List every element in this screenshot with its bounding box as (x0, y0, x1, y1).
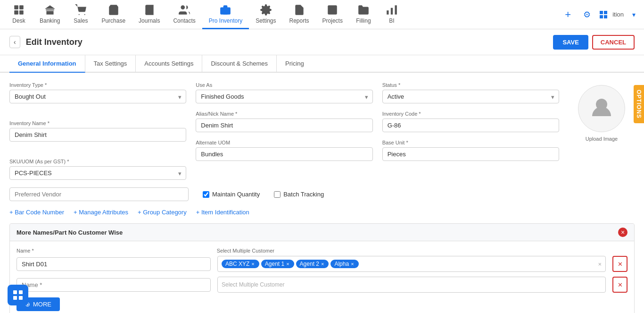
upload-image-area[interactable] (578, 85, 625, 132)
app-name-label: ition (612, 11, 624, 18)
app-grid-button[interactable] (8, 285, 28, 305)
nav-projects[interactable]: Projects (316, 0, 349, 29)
save-button[interactable]: SAVE (553, 35, 588, 50)
nav-bi[interactable]: BI (378, 0, 406, 29)
use-as-select[interactable]: Finished Goods Raw Material (196, 90, 372, 103)
status-select[interactable]: Active Inactive (382, 90, 559, 103)
preferred-vendor-input[interactable] (9, 187, 189, 201)
inventory-type-label: Inventory Type * (9, 82, 186, 88)
remove-tag-abc-xyz[interactable]: × (251, 261, 254, 267)
options-tab[interactable]: OPTIONS (634, 85, 644, 123)
nav-pro-inventory[interactable]: Pro Inventory (202, 0, 249, 29)
avatar-icon (590, 95, 613, 123)
delete-row-button-1[interactable]: ✕ (612, 256, 627, 272)
alias-input[interactable] (196, 118, 372, 132)
inventory-type-select-wrapper: Bought Out Manufactured Sub-Contract (9, 90, 186, 103)
svg-point-5 (84, 14, 85, 15)
maintain-quantity-label: Maintain Quantity (212, 191, 260, 198)
bi-icon (385, 3, 398, 17)
more-names-name-input-2[interactable] (17, 278, 211, 292)
use-as-label: Use As (196, 82, 372, 88)
tag-agent2: Agent 2 × (296, 260, 329, 268)
nav-purchase[interactable]: Purchase (95, 0, 132, 29)
main-content: ‹ Edit Inventory SAVE CANCEL OPTIONS Gen… (0, 29, 644, 313)
reports-icon (293, 3, 306, 17)
base-unit-input[interactable] (382, 147, 559, 161)
tag-alpha: Alpha × (330, 260, 358, 268)
grid-switcher[interactable] (599, 10, 608, 19)
svg-rect-12 (328, 5, 337, 15)
inventory-type-select[interactable]: Bought Out Manufactured Sub-Contract (9, 90, 186, 103)
tab-discount[interactable]: Discount & Schemes (202, 55, 277, 73)
customer-tag-input-1[interactable]: ABC XYZ × Agent 1 × Agent 2 × (217, 256, 606, 272)
form-area: Inventory Type * Bought Out Manufactured… (0, 73, 644, 313)
svg-rect-22 (19, 290, 23, 294)
nav-contacts[interactable]: Contacts (166, 0, 202, 29)
name-col-label: Name * (17, 248, 34, 254)
svg-point-4 (79, 14, 80, 15)
page-title: Edit Inventory (26, 37, 83, 47)
nav-reports-label: Reports (289, 17, 309, 24)
nav-banking[interactable]: Banking (33, 0, 66, 29)
tabs-bar: General Information Tax Settings Account… (0, 55, 644, 73)
nav-sales[interactable]: Sales (66, 0, 95, 29)
group-category-link[interactable]: + Group Category (138, 209, 187, 216)
maintain-quantity-checkbox-item[interactable]: Maintain Quantity (203, 191, 260, 198)
remove-tag-agent1[interactable]: × (286, 261, 289, 267)
svg-point-7 (181, 5, 185, 9)
nav-filling[interactable]: Filling (349, 0, 378, 29)
maintain-quantity-checkbox[interactable] (203, 191, 209, 198)
base-unit-label: Base Unit * (382, 140, 559, 145)
top-navigation: Desk Banking Sales Purchase Journals Con… (0, 0, 644, 29)
upload-image-label: Upload Image (586, 136, 618, 142)
remove-tag-alpha[interactable]: × (351, 261, 354, 267)
tab-accounts[interactable]: Accounts Settings (136, 55, 202, 73)
sku-select-wrapper: PCS-PIECES KGS-KILOGRAMS (9, 166, 186, 180)
manage-attributes-link[interactable]: + Manage Attributes (74, 209, 128, 216)
nav-sales-label: Sales (74, 17, 88, 24)
back-button[interactable]: ‹ (9, 36, 20, 48)
nav-settings[interactable]: Settings (249, 0, 282, 29)
inventory-code-input[interactable] (382, 118, 559, 132)
use-as-select-wrapper: Finished Goods Raw Material (196, 90, 372, 103)
clear-tags-btn-1[interactable]: × (598, 261, 602, 268)
nav-journals[interactable]: Journals (132, 0, 166, 29)
barcode-number-link[interactable]: + Bar Code Number (9, 209, 64, 216)
inventory-code-label: Inventory Code * (382, 111, 559, 117)
item-identification-link[interactable]: + Item Identification (196, 209, 249, 216)
close-section-button[interactable]: × (618, 228, 627, 237)
tab-tax[interactable]: Tax Settings (85, 55, 136, 73)
links-row: + Bar Code Number + Manage Attributes + … (9, 209, 635, 216)
alternate-uom-input[interactable] (196, 147, 372, 161)
nav-journals-label: Journals (139, 17, 160, 24)
remove-tag-agent2[interactable]: × (321, 261, 324, 267)
purchase-icon (107, 3, 120, 17)
sales-icon (74, 3, 87, 17)
cancel-button[interactable]: CANCEL (592, 35, 635, 50)
svg-rect-1 (19, 5, 24, 9)
banking-icon (43, 3, 57, 17)
customer-tag-input-2[interactable]: Select Multiple Customer (217, 277, 606, 293)
nav-desk-label: Desk (12, 17, 25, 24)
tab-pricing[interactable]: Pricing (277, 55, 313, 73)
journals-icon (143, 3, 156, 17)
add-button[interactable]: + (561, 7, 575, 23)
svg-rect-24 (19, 296, 23, 300)
inventory-name-input[interactable] (9, 128, 186, 142)
sku-select[interactable]: PCS-PIECES KGS-KILOGRAMS (9, 166, 186, 180)
sku-label: SKU/UOM (As per GST) * (9, 159, 186, 164)
nav-reports[interactable]: Reports (283, 0, 316, 29)
more-names-row-1: ABC XYZ × Agent 1 × Agent 2 × (17, 256, 627, 272)
settings-icon (259, 3, 272, 17)
status-select-wrapper: Active Inactive (382, 90, 559, 103)
header-actions: SAVE CANCEL (553, 35, 635, 50)
more-names-name-input-1[interactable] (17, 257, 211, 271)
tab-general[interactable]: General Information (9, 55, 85, 73)
dropdown-arrow[interactable]: ▾ (628, 9, 639, 20)
settings-gear-button[interactable]: ⚙ (579, 8, 594, 22)
batch-tracking-checkbox-item[interactable]: Batch Tracking (274, 191, 324, 198)
delete-row-button-2[interactable]: ✕ (612, 277, 627, 293)
nav-desk[interactable]: Desk (5, 0, 33, 29)
batch-tracking-checkbox[interactable] (274, 191, 281, 198)
projects-icon (326, 3, 339, 17)
